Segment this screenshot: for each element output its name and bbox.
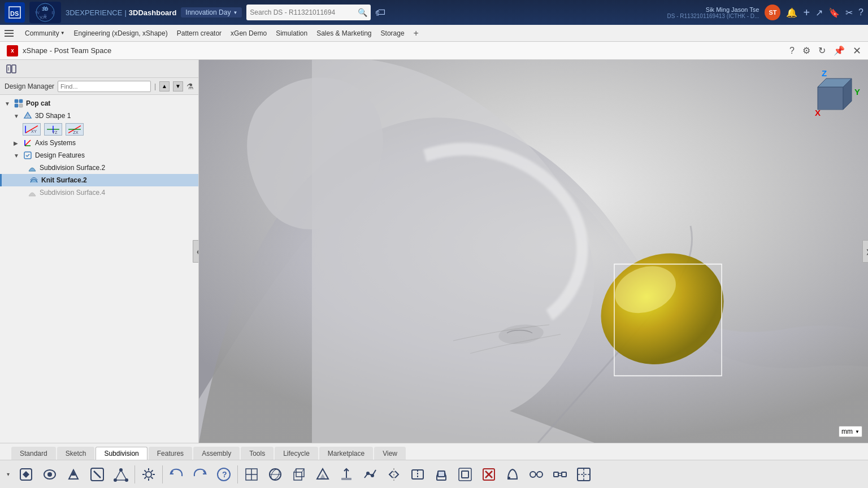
tool-delete-face[interactable] (478, 463, 500, 486)
compass-widget[interactable]: N S W E V,R 3D (29, 2, 61, 23)
tree-item-3dshape1[interactable]: ▼ 3D Shape 1 (0, 110, 198, 122)
tree-toggle-axis[interactable]: ▶ (14, 140, 20, 146)
right-panel-toggle[interactable]: ❯ (862, 240, 868, 263)
tb2-simulation[interactable]: Simulation (276, 29, 307, 37)
knit-surface-icon (29, 175, 39, 185)
topbar: DS N S W E V,R 3D 3DEXPERIENCE | 3DDashb… (0, 0, 868, 25)
tree-item-pop-cat[interactable]: ▼ Pop cat (0, 97, 198, 110)
tool-select-vertex[interactable] (110, 463, 132, 486)
bookmark-icon[interactable]: 🔖 (828, 7, 840, 18)
unit-selector[interactable]: mm ▼ (839, 426, 862, 437)
tb2-storage[interactable]: Storage (381, 29, 405, 37)
tb2-add[interactable]: + (414, 28, 419, 38)
ds-logo[interactable]: DS (5, 2, 25, 23)
panel-toolbar-icon[interactable] (5, 62, 18, 76)
tab-tools[interactable]: Tools (241, 447, 274, 460)
tree-label-subdiv-2: Subdivision Surface.2 (40, 164, 105, 172)
svg-line-26 (25, 140, 31, 146)
tool-weld[interactable] (525, 463, 548, 486)
secondary-toolbar: Community ▼ Engineering (xDesign, xShape… (0, 25, 868, 42)
tool-fill[interactable] (501, 463, 524, 486)
tree-item-subdivision-surface-4[interactable]: Subdivision Surface.4 (0, 186, 198, 199)
design-manager-search[interactable] (58, 81, 151, 92)
tool-select-all[interactable] (15, 463, 37, 486)
tree-toggle-design-features[interactable]: ▼ (14, 152, 20, 159)
tool-cage[interactable] (288, 463, 310, 486)
tool-select-body[interactable] (38, 463, 61, 486)
experience-label: 3DEXPERIENCE (66, 8, 122, 17)
tool-inset[interactable] (454, 463, 476, 486)
tree-label-design-features: Design Features (35, 151, 85, 159)
tb2-pattern[interactable]: Pattern creator (177, 29, 222, 37)
tb2-engineering[interactable]: Engineering (xDesign, xShape) (74, 29, 168, 37)
tab-features[interactable]: Features (149, 447, 192, 460)
separator-3 (237, 465, 238, 483)
tab-view[interactable]: View (374, 447, 406, 460)
design-manager-bar: Design Manager | ▲ ▼ ⚗ (0, 78, 198, 95)
tb2-sales[interactable]: Sales & Marketing (316, 29, 371, 37)
tab-lifecycle[interactable]: Lifecycle (275, 447, 318, 460)
subdiv-surface-2-icon (27, 163, 37, 173)
left-panel: Design Manager | ▲ ▼ ⚗ ▼ Pop ca (0, 60, 199, 443)
notify-icon[interactable]: 🔔 (786, 7, 797, 18)
dashboard-label[interactable]: 3DDashboard (129, 8, 177, 17)
env-dropdown[interactable]: Innovation Day ▼ (181, 7, 242, 18)
tree-item-knit-surface-2[interactable]: Knit Surface.2 (0, 174, 198, 186)
tool-mirror[interactable] (383, 463, 405, 486)
tag-icon[interactable]: 🏷 (375, 7, 385, 19)
tree-item-design-features[interactable]: ▼ Design Features (0, 149, 198, 162)
tool-redo[interactable] (189, 463, 211, 486)
tb2-xgen[interactable]: xGen Demo (231, 29, 267, 37)
viewport[interactable]: Z Y X mm ▼ ❯ (199, 60, 868, 443)
pin-appbar-icon[interactable]: 📌 (834, 45, 845, 56)
tool-sphere[interactable] (264, 463, 287, 486)
svg-rect-74 (462, 471, 468, 478)
dm-nav-down[interactable]: ▼ (173, 81, 183, 91)
tool-push-pull[interactable] (335, 463, 358, 486)
close-appbar-icon[interactable]: ✕ (853, 45, 861, 57)
tree-toggle-pop-cat[interactable]: ▼ (5, 101, 11, 107)
tree-item-subdivision-surface-2[interactable]: Subdivision Surface.2 (0, 162, 198, 174)
app-icon-red: x (7, 45, 18, 56)
tool-select-edge[interactable] (86, 463, 108, 486)
search-input[interactable] (250, 8, 355, 16)
tool-settings[interactable] (137, 463, 160, 486)
refresh-appbar-icon[interactable]: ↻ (818, 45, 826, 56)
tab-standard[interactable]: Standard (11, 447, 56, 460)
settings-appbar-icon[interactable]: ⚙ (802, 45, 810, 56)
tool-loop-cut[interactable] (406, 463, 429, 486)
add-icon[interactable]: + (803, 6, 810, 19)
svg-point-65 (371, 474, 374, 477)
tool-crease[interactable] (359, 463, 381, 486)
toolbar2-hamburger[interactable] (5, 28, 16, 39)
nav-cube[interactable]: Z Y X (800, 66, 862, 133)
toolbar-expand[interactable]: ▾ (2, 463, 14, 486)
tool-bridge[interactable] (549, 463, 571, 486)
help-topbar-icon[interactable]: ? (858, 7, 863, 18)
tool-grid[interactable] (240, 463, 263, 486)
tree-item-axis-systems[interactable]: ▶ Axis Systems (0, 137, 198, 149)
user-avatar[interactable]: ST (765, 5, 780, 20)
app-bar-title: xShape - Post Team Space (23, 46, 111, 55)
tb2-community[interactable]: Community ▼ (25, 29, 65, 37)
filter-btn[interactable]: ⚗ (186, 82, 194, 91)
cut-icon[interactable]: ✂ (845, 7, 853, 18)
tool-panel-cut[interactable] (572, 463, 595, 486)
tool-help-viewport[interactable]: ? (212, 463, 235, 486)
tab-subdivision[interactable]: Subdivision (96, 447, 147, 460)
tab-assembly[interactable]: Assembly (193, 447, 240, 460)
tool-undo[interactable] (165, 463, 188, 486)
tool-extrude[interactable] (430, 463, 453, 486)
panel-collapse-button[interactable]: ❮ (193, 240, 199, 263)
share-icon[interactable]: ↗ (815, 7, 823, 18)
tool-subdivide[interactable] (311, 463, 334, 486)
help-appbar-icon[interactable]: ? (789, 46, 795, 56)
tree-item-axis-icons: XY YZ ZX (0, 122, 198, 137)
svg-rect-14 (19, 104, 23, 107)
search-icon[interactable]: 🔍 (358, 8, 367, 17)
tab-marketplace[interactable]: Marketplace (319, 447, 373, 460)
tree-toggle-3dshape1[interactable]: ▼ (14, 113, 20, 119)
tab-sketch[interactable]: Sketch (57, 447, 95, 460)
dm-nav-up[interactable]: ▲ (159, 81, 170, 91)
tool-select-face[interactable] (62, 463, 85, 486)
